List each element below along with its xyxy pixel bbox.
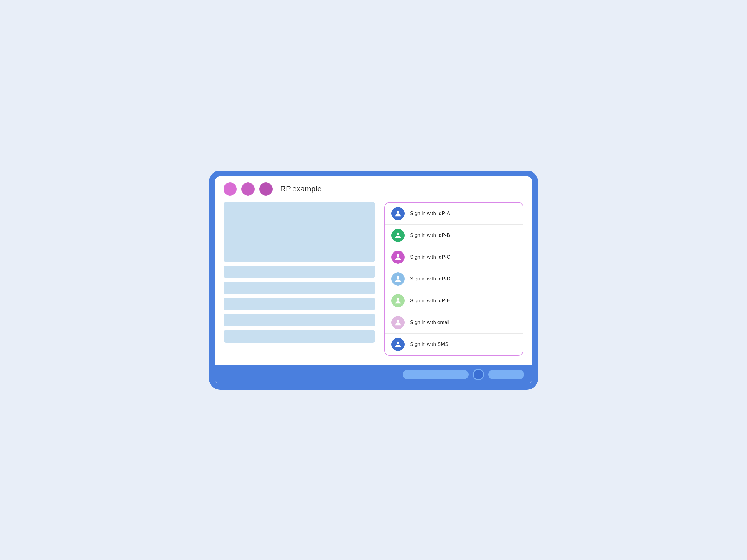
signin-panel: Sign in with IdP-A Sign in with IdP-B bbox=[384, 202, 523, 356]
left-panel bbox=[224, 202, 375, 343]
content-block-row-5 bbox=[224, 330, 375, 343]
dot-3 bbox=[259, 183, 273, 196]
browser-frame: RP.example bbox=[209, 170, 538, 390]
browser-inner: RP.example bbox=[214, 176, 533, 384]
browser-bottom-bar bbox=[214, 365, 533, 384]
content-block-row-1 bbox=[224, 266, 375, 278]
content-block-row-2 bbox=[224, 282, 375, 294]
dot-1 bbox=[224, 183, 237, 196]
site-title: RP.example bbox=[280, 184, 321, 193]
email-avatar bbox=[391, 316, 405, 329]
bottom-bar-pill-left bbox=[403, 370, 468, 379]
signin-label-idp-c: Sign in with IdP-C bbox=[410, 254, 450, 260]
svg-point-1 bbox=[396, 232, 399, 235]
svg-point-0 bbox=[396, 211, 399, 213]
signin-label-idp-e: Sign in with IdP-E bbox=[410, 298, 450, 304]
idp-b-avatar bbox=[391, 229, 405, 242]
svg-point-2 bbox=[396, 254, 399, 257]
svg-point-3 bbox=[396, 276, 399, 279]
content-block-large bbox=[224, 202, 375, 262]
browser-header: RP.example bbox=[214, 176, 533, 202]
svg-point-4 bbox=[396, 298, 399, 300]
signin-item-sms[interactable]: Sign in with SMS bbox=[385, 334, 523, 355]
svg-point-5 bbox=[396, 320, 399, 322]
idp-e-avatar bbox=[391, 294, 405, 307]
signin-item-idp-a[interactable]: Sign in with IdP-A bbox=[385, 203, 523, 224]
signin-item-idp-c[interactable]: Sign in with IdP-C bbox=[385, 246, 523, 268]
sms-avatar bbox=[391, 338, 405, 351]
signin-item-email[interactable]: Sign in with email bbox=[385, 312, 523, 334]
browser-content: Sign in with IdP-A Sign in with IdP-B bbox=[214, 202, 533, 365]
signin-label-sms: Sign in with SMS bbox=[410, 341, 448, 347]
signin-label-email: Sign in with email bbox=[410, 320, 449, 325]
dot-2 bbox=[241, 183, 255, 196]
signin-item-idp-d[interactable]: Sign in with IdP-D bbox=[385, 268, 523, 290]
content-block-row-3 bbox=[224, 298, 375, 310]
signin-item-idp-e[interactable]: Sign in with IdP-E bbox=[385, 290, 523, 312]
bottom-bar-circle bbox=[473, 369, 484, 380]
signin-label-idp-a: Sign in with IdP-A bbox=[410, 211, 450, 216]
signin-label-idp-d: Sign in with IdP-D bbox=[410, 276, 450, 282]
svg-point-6 bbox=[396, 341, 399, 344]
bottom-bar-pill-right bbox=[488, 370, 524, 379]
idp-d-avatar bbox=[391, 272, 405, 286]
signin-label-idp-b: Sign in with IdP-B bbox=[410, 232, 450, 238]
idp-a-avatar bbox=[391, 207, 405, 220]
content-block-row-4 bbox=[224, 314, 375, 326]
idp-c-avatar bbox=[391, 250, 405, 264]
signin-item-idp-b[interactable]: Sign in with IdP-B bbox=[385, 224, 523, 246]
